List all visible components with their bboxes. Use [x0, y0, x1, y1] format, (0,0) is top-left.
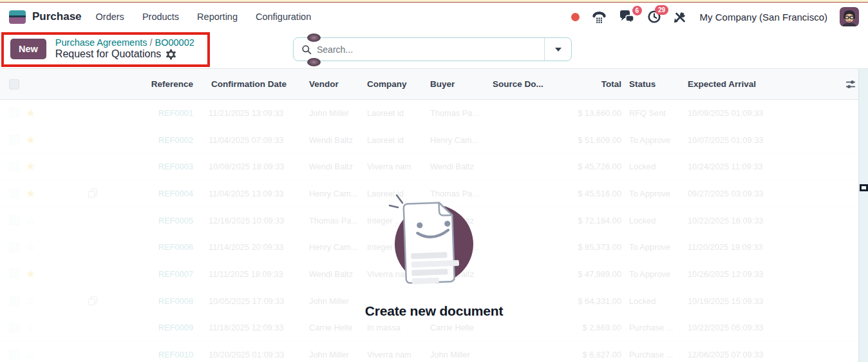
cell-company: Viverra nam	[367, 162, 430, 171]
document-smiley-icon	[379, 185, 489, 301]
cell-expected-arrival: 10/07/2025 01:09:33	[679, 135, 782, 145]
star-icon[interactable]: ★	[26, 268, 35, 280]
menu-item[interactable]: Orders	[96, 12, 124, 22]
list-body: ★☆ REF0001 11/21/2025 13:09:33 John Mill…	[0, 100, 868, 362]
star-icon[interactable]: ★	[26, 160, 35, 173]
search-filters-toggle[interactable]	[544, 38, 571, 61]
star-outline-icon[interactable]: ☆	[26, 214, 35, 227]
row-checkbox[interactable]	[9, 108, 19, 118]
column-header-expected-arrival[interactable]: Expected Arrival	[679, 79, 782, 89]
search-bar	[293, 37, 572, 61]
purchase-app-page: Purchase Orders Products Reporting Confi…	[0, 0, 868, 362]
cell-expected-arrival: 11/20/2025 19:09:33	[679, 242, 782, 252]
cell-expected-arrival: 10/09/2025 01:09:33	[679, 108, 782, 118]
cell-total: $ 45,516.00	[557, 189, 621, 198]
table-row[interactable]: ★☆ REF0001 11/21/2025 13:09:33 John Mill…	[0, 100, 868, 127]
cell-status: Locked	[621, 296, 679, 306]
new-button[interactable]: New	[10, 39, 46, 59]
cell-total: $ 72,184.00	[557, 216, 621, 225]
cell-confirmation-date: 11/04/2025 13:09:33	[193, 189, 291, 198]
list-header-row: Reference Confirmation Date Vendor Compa…	[0, 69, 868, 100]
row-checkbox[interactable]	[9, 188, 19, 198]
star-icon[interactable]: ★	[26, 107, 35, 119]
cell-total: $ 51,609.00	[557, 135, 621, 145]
user-avatar[interactable]	[840, 7, 859, 26]
navbar-right: 6 29 My Company (San Francisco)	[571, 7, 859, 26]
star-outline-icon[interactable]: ☆	[26, 241, 35, 253]
company-switcher[interactable]: My Company (San Francisco)	[700, 12, 827, 23]
cell-reference: REF0010	[103, 350, 193, 359]
table-row[interactable]: ★☆ REF0010 10/20/2025 01:09:33 John Mill…	[0, 341, 868, 362]
star-outline-icon[interactable]: ☆	[26, 348, 35, 361]
cell-total: $ 2,869.00	[557, 323, 621, 332]
column-header-company[interactable]: Company	[367, 79, 430, 89]
row-checkbox[interactable]	[9, 350, 19, 360]
star-outline-icon[interactable]: ☆	[26, 295, 35, 307]
menu-item[interactable]: Reporting	[197, 12, 238, 22]
cell-reference: REF0001	[103, 108, 193, 118]
gear-icon[interactable]	[165, 49, 176, 60]
table-row[interactable]: ★☆ REF0002 11/04/2025 07:09:33 Wendi Bal…	[0, 127, 868, 154]
cell-confirmation-date: 11/11/2025 18:09:33	[193, 269, 291, 279]
column-header-status[interactable]: Status	[621, 79, 679, 89]
debug-tools-button[interactable]	[674, 11, 686, 23]
app-name[interactable]: Purchase	[32, 10, 82, 23]
menu-item[interactable]: Configuration	[256, 12, 311, 22]
star-icon[interactable]: ★	[26, 134, 35, 146]
table-row[interactable]: ★☆ REF0003 10/08/2025 18:09:33 Wendi Bal…	[0, 153, 868, 180]
cell-vendor: Wendi Baltz	[291, 135, 367, 145]
cell-expected-arrival: 09/27/2025 03:09:33	[679, 189, 782, 198]
cell-confirmation-date: 10/05/2025 17:09:33	[193, 296, 291, 306]
avatar-face-icon	[840, 7, 859, 26]
cell-status: To Approve	[621, 135, 679, 145]
copy-activity-icon	[88, 188, 98, 198]
cell-confirmation-date: 11/21/2025 13:09:33	[193, 108, 291, 118]
cell-total: $ 64,331.00	[557, 296, 621, 306]
star-outline-icon[interactable]: ☆	[26, 321, 35, 334]
column-header-confirmation-date[interactable]: Confirmation Date	[193, 79, 291, 89]
odoo-app-logo[interactable]	[9, 10, 26, 24]
cell-status: To Approve	[621, 269, 679, 279]
cell-vendor: John Miller	[291, 108, 367, 118]
row-checkbox[interactable]	[9, 135, 19, 145]
breadcrumb-current[interactable]: BO00002	[155, 37, 194, 48]
pointer-ellipse-top	[307, 33, 321, 42]
menu-item[interactable]: Products	[142, 12, 179, 22]
column-header-reference[interactable]: Reference	[103, 79, 193, 89]
cell-expected-arrival: 10/22/2025 05:09:33	[679, 323, 782, 332]
cell-reference: REF0005	[103, 216, 193, 225]
column-header-source-document[interactable]: Source Do...	[493, 79, 557, 89]
cell-expected-arrival: 12/06/2025 07:09:33	[679, 350, 782, 359]
row-checkbox[interactable]	[9, 296, 19, 306]
cell-confirmation-date: 11/14/2025 20:09:33	[193, 242, 291, 252]
cell-total: $ 6,827.00	[557, 350, 621, 359]
tools-icon	[674, 11, 686, 23]
cell-reference: REF0009	[103, 323, 193, 332]
activities-button[interactable]: 29	[647, 10, 661, 24]
breadcrumb-purchase-agreements[interactable]: Purchase Agreements	[55, 37, 147, 48]
row-checkbox[interactable]	[9, 242, 19, 252]
cell-confirmation-date: 11/18/2025 12:09:33	[193, 323, 291, 332]
cell-buyer: Thomas Pa...	[430, 108, 493, 118]
messages-button[interactable]: 6	[619, 10, 635, 23]
voip-phone-button[interactable]	[592, 10, 607, 23]
pointer-ellipse-bottom	[307, 58, 321, 66]
columns-settings-icon[interactable]	[845, 79, 856, 90]
scrollbar-track[interactable]	[858, 69, 868, 362]
column-header-vendor[interactable]: Vendor	[291, 79, 367, 89]
star-icon[interactable]: ★	[26, 187, 35, 200]
row-checkbox[interactable]	[9, 162, 19, 172]
search-input[interactable]	[317, 44, 544, 55]
column-header-buyer[interactable]: Buyer	[430, 79, 493, 89]
cell-confirmation-date: 11/04/2025 07:09:33	[193, 135, 291, 145]
row-checkbox[interactable]	[9, 323, 19, 333]
select-all-checkbox[interactable]	[9, 79, 19, 90]
row-checkbox[interactable]	[9, 215, 19, 225]
messages-badge: 6	[632, 6, 642, 15]
row-checkbox[interactable]	[9, 269, 19, 279]
column-header-total[interactable]: Total	[557, 79, 621, 89]
cell-status: Purchase ...	[621, 323, 679, 332]
empty-state-caption: Create new document	[350, 303, 518, 319]
cell-company: Laoreet id	[367, 135, 430, 145]
cell-confirmation-date: 12/16/2025 10:09:33	[193, 216, 291, 225]
